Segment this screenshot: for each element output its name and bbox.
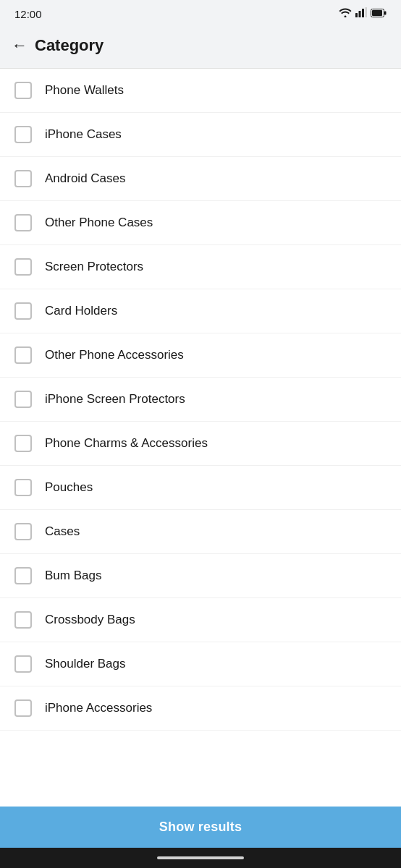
battery-icon [371,7,387,20]
list-item[interactable]: Screen Protectors [0,245,401,289]
status-bar: 12:00 [0,0,401,26]
list-item[interactable]: Phone Charms & Accessories [0,422,401,466]
category-label: Shoulder Bags [45,657,126,671]
category-label: Bum Bags [45,569,101,583]
list-item[interactable]: Bum Bags [0,554,401,598]
list-item[interactable]: iPhone Cases [0,113,401,157]
category-label: Pouches [45,480,93,495]
category-checkbox-2[interactable] [14,126,32,143]
svg-rect-6 [384,12,387,15]
svg-rect-1 [359,11,361,17]
category-checkbox-6[interactable] [14,302,32,320]
show-results-button[interactable]: Show results [0,807,401,848]
wifi-icon [339,7,352,20]
category-label: Crossbody Bags [45,613,135,627]
list-item[interactable]: Other Phone Accessories [0,333,401,378]
signal-icon [355,7,367,20]
svg-rect-0 [355,13,358,17]
category-checkbox-3[interactable] [14,170,32,187]
category-checkbox-4[interactable] [14,214,32,231]
back-button[interactable]: ← [12,33,35,58]
category-label: Phone Charms & Accessories [45,436,208,451]
bottom-bar [0,848,401,868]
category-checkbox-5[interactable] [14,258,32,276]
category-checkbox-13[interactable] [14,611,32,629]
list-item[interactable]: Other Phone Cases [0,201,401,245]
category-label: Cases [45,524,80,539]
category-label: iPhone Accessories [45,701,152,715]
home-indicator [157,856,244,859]
category-label: Other Phone Accessories [45,348,184,362]
category-label: Other Phone Cases [45,216,153,230]
svg-rect-2 [362,9,364,17]
list-item[interactable]: Shoulder Bags [0,642,401,686]
page-title: Category [35,36,104,55]
back-arrow-icon: ← [12,36,28,55]
list-item[interactable]: Cases [0,510,401,554]
status-icons [339,7,387,20]
svg-rect-3 [366,7,368,17]
list-item[interactable]: Card Holders [0,289,401,333]
list-item[interactable]: Phone Wallets [0,69,401,113]
category-checkbox-10[interactable] [14,479,32,496]
category-label: iPhone Cases [45,127,122,142]
category-checkbox-11[interactable] [14,523,32,540]
category-checkbox-15[interactable] [14,699,32,717]
category-checkbox-1[interactable] [14,82,32,99]
category-checkbox-9[interactable] [14,435,32,452]
category-checkbox-14[interactable] [14,655,32,673]
category-label: Phone Wallets [45,83,124,98]
category-checkbox-7[interactable] [14,346,32,364]
category-list: Phone WalletsiPhone CasesAndroid CasesOt… [0,69,401,807]
category-label: Android Cases [45,171,126,186]
category-label: Card Holders [45,304,117,318]
list-item[interactable]: Android Cases [0,157,401,201]
category-checkbox-8[interactable] [14,391,32,408]
svg-rect-5 [372,10,382,16]
list-item[interactable]: Pouches [0,466,401,510]
list-item[interactable]: iPhone Screen Protectors [0,378,401,422]
category-checkbox-12[interactable] [14,567,32,584]
list-item[interactable]: Crossbody Bags [0,598,401,642]
page-header: ← Category [0,26,401,69]
status-time: 12:00 [14,8,42,20]
list-item[interactable]: iPhone Accessories [0,686,401,731]
category-label: iPhone Screen Protectors [45,392,185,407]
category-label: Screen Protectors [45,260,143,274]
